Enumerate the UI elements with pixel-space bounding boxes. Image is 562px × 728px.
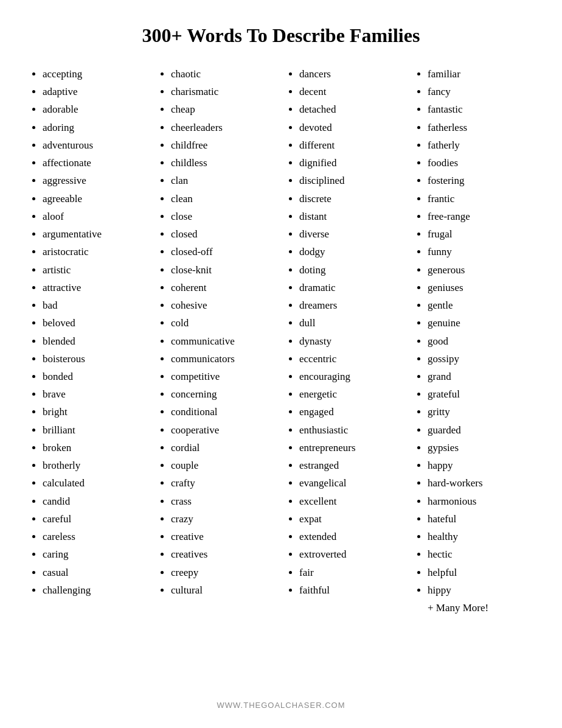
list-item: foodies <box>428 154 532 172</box>
list-item: cheerleaders <box>171 119 275 136</box>
list-item: encouraging <box>299 368 403 385</box>
list-item: closed <box>171 225 275 243</box>
list-item: generous <box>428 261 532 279</box>
list-item: communicative <box>171 332 275 350</box>
word-list-4: familiarfancyfantasticfatherlessfatherly… <box>415 65 532 599</box>
list-item: hateful <box>428 510 532 528</box>
column-2: chaoticcharismaticcheapcheerleaderschild… <box>153 65 281 682</box>
list-item: expat <box>299 510 403 528</box>
list-item: geniuses <box>428 279 532 296</box>
list-item: careless <box>43 528 147 545</box>
list-item: free-range <box>428 208 532 225</box>
list-item: couple <box>171 457 275 474</box>
list-item: cohesive <box>171 296 275 314</box>
list-item: brilliant <box>43 421 147 439</box>
list-item: fantastic <box>428 100 532 118</box>
list-item: evangelical <box>299 474 403 492</box>
list-item: fair <box>299 564 403 581</box>
list-item: good <box>428 332 532 350</box>
list-item: blended <box>43 332 147 350</box>
list-item: calculated <box>43 474 147 492</box>
list-item: cordial <box>171 439 275 457</box>
list-item: fatherly <box>428 136 532 154</box>
list-item: affectionate <box>43 154 147 172</box>
list-item: dynasty <box>299 332 403 350</box>
list-item: adaptive <box>43 83 147 100</box>
list-item: grateful <box>428 385 532 403</box>
word-list-3: dancersdecentdetacheddevoteddifferentdig… <box>287 65 403 599</box>
list-item: grand <box>428 368 532 385</box>
list-item: disciplined <box>299 172 403 189</box>
list-item: artistic <box>43 261 147 279</box>
list-item: enthusiastic <box>299 421 403 439</box>
list-item: argumentative <box>43 225 147 243</box>
list-item: creatives <box>171 545 275 563</box>
column-3: dancersdecentdetacheddevoteddifferentdig… <box>281 65 409 682</box>
list-item: diverse <box>299 225 403 243</box>
list-item: fatherless <box>428 119 532 136</box>
list-item: genuine <box>428 314 532 332</box>
list-item: conditional <box>171 403 275 421</box>
list-item: helpful <box>428 564 532 581</box>
list-item: caring <box>43 545 147 563</box>
list-item: brave <box>43 385 147 403</box>
list-item: crass <box>171 492 275 510</box>
footer: WWW.THEGOALCHASER.COM <box>217 701 345 716</box>
list-item: dramatic <box>299 279 403 296</box>
list-item: extroverted <box>299 545 403 563</box>
column-1: acceptingadaptiveadorableadoringadventur… <box>24 65 153 682</box>
list-item: charismatic <box>171 83 275 100</box>
list-item: dreamers <box>299 296 403 314</box>
list-item: competitive <box>171 368 275 385</box>
list-item: crafty <box>171 474 275 492</box>
list-item: close-knit <box>171 261 275 279</box>
list-item: fostering <box>428 172 532 189</box>
list-item: casual <box>43 564 147 581</box>
list-item: discrete <box>299 190 403 208</box>
list-item: closed-off <box>171 243 275 261</box>
list-item: cultural <box>171 581 275 599</box>
list-item: agreeable <box>43 190 147 208</box>
list-item: devoted <box>299 119 403 136</box>
list-item: gypsies <box>428 439 532 457</box>
list-item: aloof <box>43 208 147 225</box>
page-title: 300+ Words To Describe Families <box>142 24 420 47</box>
list-item: boisterous <box>43 350 147 368</box>
list-item: healthy <box>428 528 532 545</box>
list-item: accepting <box>43 65 147 83</box>
list-item: bright <box>43 403 147 421</box>
list-item: creepy <box>171 564 275 581</box>
list-item: clean <box>171 190 275 208</box>
list-item: fancy <box>428 83 532 100</box>
list-item: cold <box>171 314 275 332</box>
list-item: energetic <box>299 385 403 403</box>
list-item: cooperative <box>171 421 275 439</box>
list-item: adoring <box>43 119 147 136</box>
list-item: coherent <box>171 279 275 296</box>
list-item: hard-workers <box>428 474 532 492</box>
list-item: chaotic <box>171 65 275 83</box>
list-item: doting <box>299 261 403 279</box>
word-list-2: chaoticcharismaticcheapcheerleaderschild… <box>159 65 275 599</box>
list-item: gritty <box>428 403 532 421</box>
list-item: hippy <box>428 581 532 599</box>
list-item: detached <box>299 100 403 118</box>
list-item: excellent <box>299 492 403 510</box>
list-item: cheap <box>171 100 275 118</box>
list-item: aggressive <box>43 172 147 189</box>
list-item: funny <box>428 243 532 261</box>
list-item: broken <box>43 439 147 457</box>
list-item: adorable <box>43 100 147 118</box>
list-item: familiar <box>428 65 532 83</box>
list-item: guarded <box>428 421 532 439</box>
list-item: gentle <box>428 296 532 314</box>
list-item: dignified <box>299 154 403 172</box>
list-item: bonded <box>43 368 147 385</box>
list-item: careful <box>43 510 147 528</box>
list-item: eccentric <box>299 350 403 368</box>
list-item: childless <box>171 154 275 172</box>
list-item: crazy <box>171 510 275 528</box>
column-4: familiarfancyfantasticfatherlessfatherly… <box>409 65 538 682</box>
list-item: creative <box>171 528 275 545</box>
word-list-1: acceptingadaptiveadorableadoringadventur… <box>30 65 147 599</box>
